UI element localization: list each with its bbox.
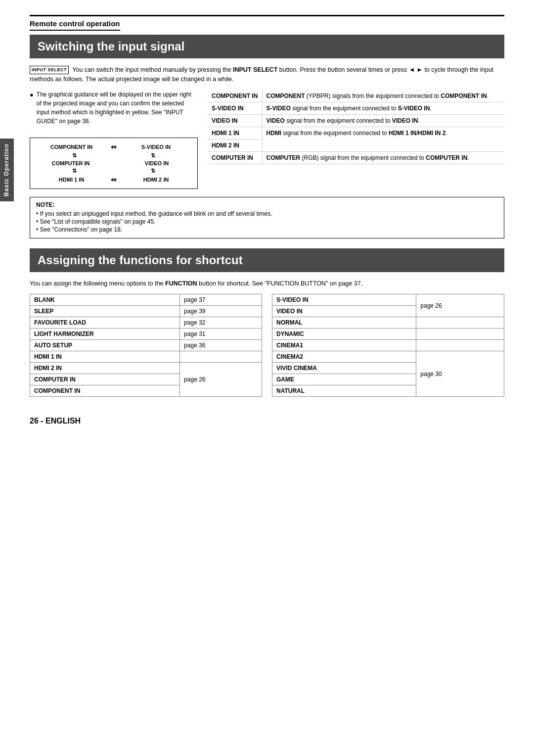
cycle-cell-component-in: COMPONENT IN [35, 144, 108, 150]
ft-left-label-light: LIGHT HARMONIZER [30, 329, 180, 340]
assign-bold: FUNCTION [165, 280, 197, 287]
assign-text1: You can assign the following menu option… [30, 280, 165, 287]
ft-right-label-svideo: S-VIDEO IN [272, 294, 416, 306]
ft-right-row-cinema1: CINEMA1 [272, 340, 504, 351]
ft-right-page-dynamic [416, 329, 504, 340]
ft-right-page-cinema2: page 30 [416, 351, 504, 397]
ft-right-label-video: VIDEO IN [272, 306, 416, 317]
ft-right-page-svideo: page 26 [416, 294, 504, 317]
cycle-cell-svideo-in: S-VIDEO IN [120, 144, 192, 150]
ft-left-page-sleep: page 39 [180, 306, 262, 317]
info-desc-computer: COMPUTER (RGB) signal from the equipment… [262, 151, 504, 164]
right-column: COMPONENT IN COMPONENT (YPBPR) signals f… [208, 90, 504, 189]
ft-left-row-hdmi1: HDMI 1 IN [30, 351, 262, 363]
ft-right-label-cinema1: CINEMA1 [272, 340, 416, 351]
ft-right-label-cinema2: CINEMA2 [272, 351, 416, 363]
info-label-hdmi2: HDMI 2 IN [208, 139, 262, 151]
assign-intro: You can assign the following menu option… [30, 279, 504, 288]
note-list: If you select an unplugged input method,… [36, 210, 498, 233]
cycle-arrows-row-1: ⇅ ⇅ [35, 152, 192, 159]
info-row-hdmi1: HDMI 1 IN HDMI signal from the equipment… [208, 127, 504, 139]
ft-right-label-normal: NORMAL [272, 317, 416, 329]
ft-right-label-dynamic: DYNAMIC [272, 329, 416, 340]
function-table-left: BLANK page 37 SLEEP page 39 FAVOURITE LO… [30, 294, 262, 397]
ft-right-row-dynamic: DYNAMIC [272, 329, 504, 340]
function-table-right: S-VIDEO IN page 26 VIDEO IN NORMAL DYNAM… [272, 294, 504, 397]
info-label-hdmi1: HDMI 1 IN [208, 127, 262, 139]
info-row-svideo: S-VIDEO IN S-VIDEO signal from the equip… [208, 102, 504, 114]
info-label-video: VIDEO IN [208, 114, 262, 127]
ft-left-label-computer: COMPUTER IN [30, 374, 180, 385]
cycle-row-3: HDMI 1 IN ⇔ HDMI 2 IN [35, 175, 192, 185]
info-desc-video: VIDEO signal from the equipment connecte… [262, 114, 504, 127]
cycle-up-down-1: ⇅ [72, 152, 77, 159]
intro-bold: INPUT SELECT [233, 66, 277, 73]
ft-right-row-cinema2: CINEMA2 page 30 [272, 351, 504, 363]
cycle-up-down-3: ⇅ [72, 168, 77, 174]
top-rule [30, 15, 504, 16]
info-table: COMPONENT IN COMPONENT (YPBPR) signals f… [208, 90, 504, 164]
bullet-text: The graphical guidance will be displayed… [37, 90, 198, 126]
bullet-icon: ● [30, 91, 34, 132]
ft-left-label-sleep: SLEEP [30, 306, 180, 317]
ft-left-page-auto: page 36 [180, 340, 262, 351]
note-box: NOTE: If you select an unplugged input m… [30, 197, 504, 238]
ft-left-page-favload: page 32 [180, 317, 262, 329]
main-content-columns: ● The graphical guidance will be display… [30, 90, 504, 189]
footer-page-num: 26 - [30, 417, 45, 425]
ft-left-row-hdmi2: HDMI 2 IN page 26 [30, 363, 262, 374]
ft-left-row-auto: AUTO SETUP page 36 [30, 340, 262, 351]
ft-left-label-favload: FAVOURITE LOAD [30, 317, 180, 329]
info-label-component: COMPONENT IN [208, 90, 262, 102]
ft-left-label-auto: AUTO SETUP [30, 340, 180, 351]
ft-left-page-light: page 31 [180, 329, 262, 340]
info-row-computer: COMPUTER IN COMPUTER (RGB) signal from t… [208, 151, 504, 164]
ft-right-page-cinema1 [416, 340, 504, 351]
note-title: NOTE: [36, 201, 498, 208]
cycle-cell-video-in: VIDEO IN [121, 160, 192, 166]
ft-right-label-natural: NATURAL [272, 385, 416, 397]
ft-right-label-game: GAME [272, 374, 416, 385]
ft-right-label-vivid: VIVID CINEMA [272, 363, 416, 374]
cycle-cell-hdmi2: HDMI 2 IN [120, 177, 192, 183]
cycle-arrow-1: ⇔ [111, 143, 117, 151]
ft-left-label-component: COMPONENT IN [30, 385, 180, 397]
ft-left-label-blank: BLANK [30, 294, 180, 306]
section-subtitle: Remote control operation [30, 19, 120, 31]
info-desc-svideo: S-VIDEO signal from the equipment connec… [262, 102, 504, 114]
ft-left-page-hdmi1 [180, 351, 262, 363]
ft-left-row-sleep: SLEEP page 39 [30, 306, 262, 317]
ft-left-page-hdmi2: page 26 [180, 363, 262, 397]
note-item-2: See "List of compatible signals" on page… [36, 218, 498, 225]
ft-right-row-svideo: S-VIDEO IN page 26 [272, 294, 504, 306]
ft-right-row-normal: NORMAL [272, 317, 504, 329]
note-item-3: See "Connections" on page 18. [36, 226, 498, 233]
cycle-row-1: COMPONENT IN ⇔ S-VIDEO IN [35, 142, 192, 152]
cycle-up-down-2: ⇅ [151, 152, 155, 159]
input-select-badge: INPUT SELECT [30, 66, 69, 75]
cycle-arrows-row-2: ⇅ ⇅ [35, 167, 192, 175]
footer-english-label: ENGLISH [45, 417, 81, 425]
cycle-cell-computer-in: COMPUTER IN [35, 160, 106, 166]
info-desc-component: COMPONENT (YPBPR) signals from the equip… [262, 90, 504, 102]
info-label-svideo: S-VIDEO IN [208, 102, 262, 114]
sidebar-label: Basic Operation [0, 139, 14, 201]
assign-text-rest: button for shortcut. See "FUNCTION BUTTO… [197, 280, 362, 287]
section2-header: Assigning the functions for shortcut [30, 248, 504, 272]
info-label-computer: COMPUTER IN [208, 151, 262, 164]
ft-left-label-hdmi2: HDMI 2 IN [30, 363, 180, 374]
section1-header: Switching the input signal [30, 35, 504, 58]
ft-left-row-light: LIGHT HARMONIZER page 31 [30, 329, 262, 340]
left-column: ● The graphical guidance will be display… [30, 90, 198, 189]
cycle-cell-hdmi1: HDMI 1 IN [35, 177, 108, 183]
ft-left-page-blank: page 37 [180, 294, 262, 306]
intro-paragraph: INPUT SELECT You can switch the input me… [30, 65, 504, 84]
info-row-video: VIDEO IN VIDEO signal from the equipment… [208, 114, 504, 127]
cycle-row-2: COMPUTER IN VIDEO IN [35, 159, 192, 167]
ft-left-row-blank: BLANK page 37 [30, 294, 262, 306]
ft-right-page-normal [416, 317, 504, 329]
note-item-1: If you select an unplugged input method,… [36, 210, 498, 217]
footer: 26 - ENGLISH [30, 417, 504, 425]
cycle-diagram: COMPONENT IN ⇔ S-VIDEO IN ⇅ ⇅ COMPUTER I… [30, 138, 198, 189]
info-row-component: COMPONENT IN COMPONENT (YPBPR) signals f… [208, 90, 504, 102]
